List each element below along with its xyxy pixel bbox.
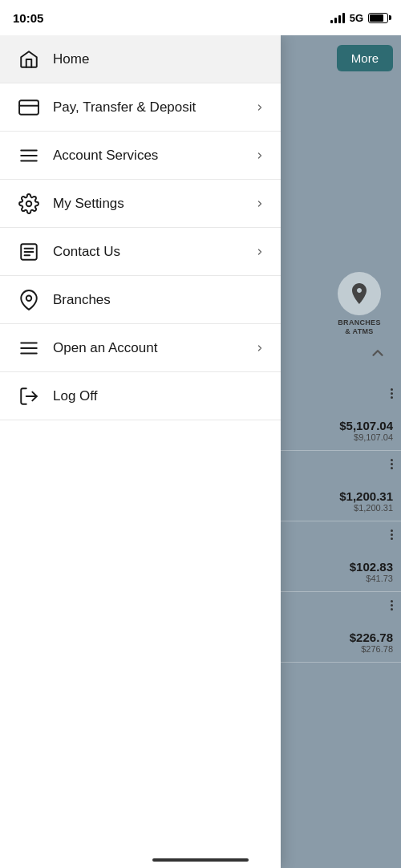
account-balance-secondary: $9,107.04 xyxy=(354,432,393,442)
account-services-chevron-icon xyxy=(255,151,265,160)
branches-label: Branches xyxy=(53,292,265,308)
location-icon xyxy=(16,287,42,313)
account-balance-secondary: $276.78 xyxy=(361,644,393,654)
signal-bars-icon xyxy=(330,12,345,23)
account-balance-primary: $5,107.04 xyxy=(339,419,393,432)
account-menu-dots-icon[interactable] xyxy=(391,388,393,399)
open-account-icon xyxy=(16,335,42,361)
document-icon xyxy=(16,239,42,265)
contact-us-label: Contact Us xyxy=(53,244,255,260)
account-menu-dots-icon[interactable] xyxy=(391,600,393,610)
open-account-chevron-icon xyxy=(255,343,265,353)
card-icon xyxy=(16,95,42,120)
svg-point-10 xyxy=(26,295,32,301)
branches-label: BRANCHES & ATMS xyxy=(338,318,380,336)
sidebar-item-account-services[interactable]: Account Services xyxy=(0,132,281,180)
contact-us-chevron-icon xyxy=(255,247,265,257)
account-balance-secondary: $1,200.31 xyxy=(354,503,393,513)
account-menu-dots-icon[interactable] xyxy=(391,529,393,540)
account-row[interactable]: $226.78$276.78 xyxy=(281,592,401,663)
sidebar-item-log-off[interactable]: Log Off xyxy=(0,372,281,420)
location-pin-icon xyxy=(349,282,370,306)
log-off-label: Log Off xyxy=(53,388,265,404)
status-time: 10:05 xyxy=(13,11,43,25)
branches-atm-widget[interactable]: BRANCHES & ATMS xyxy=(338,272,381,336)
navigation-drawer: Home Pay, Transfer & Deposit xyxy=(0,35,281,868)
home-indicator xyxy=(152,858,249,862)
more-button[interactable]: More xyxy=(337,45,393,71)
sidebar-item-home[interactable]: Home xyxy=(0,35,281,83)
home-label: Home xyxy=(53,51,265,67)
account-balance-primary: $102.83 xyxy=(350,560,393,574)
my-settings-label: My Settings xyxy=(53,196,255,212)
home-icon xyxy=(16,47,42,72)
battery-icon xyxy=(368,13,388,23)
sidebar-item-open-account[interactable]: Open an Account xyxy=(0,324,281,372)
my-settings-chevron-icon xyxy=(255,199,265,209)
status-bar: 10:05 5G xyxy=(0,0,401,35)
account-balance-primary: $226.78 xyxy=(350,631,393,644)
open-account-label: Open an Account xyxy=(53,340,255,356)
pay-transfer-chevron-icon xyxy=(255,103,265,112)
pay-transfer-label: Pay, Transfer & Deposit xyxy=(53,99,255,116)
account-row[interactable]: $1,200.31$1,200.31 xyxy=(281,451,401,521)
location-circle xyxy=(338,272,381,315)
network-type: 5G xyxy=(350,12,363,24)
account-row[interactable]: $5,107.04$9,107.04 xyxy=(281,380,401,451)
sidebar-item-pay-transfer-deposit[interactable]: Pay, Transfer & Deposit xyxy=(0,83,281,132)
account-rows: $5,107.04$9,107.04$1,200.31$1,200.31$102… xyxy=(281,380,401,663)
account-row[interactable]: $102.83$41.73 xyxy=(281,521,401,592)
account-balance-secondary: $41.73 xyxy=(366,574,393,583)
svg-rect-0 xyxy=(19,100,38,114)
status-icons: 5G xyxy=(330,12,388,24)
gear-icon xyxy=(16,191,42,217)
account-menu-dots-icon[interactable] xyxy=(391,459,393,469)
collapse-chevron-icon[interactable] xyxy=(369,344,387,362)
account-services-label: Account Services xyxy=(53,148,255,164)
account-services-icon xyxy=(16,143,42,168)
sidebar-item-branches[interactable]: Branches xyxy=(0,276,281,324)
app-container: More BRANCHES & ATMS $5,107.04$9,107.04$… xyxy=(0,35,401,868)
sidebar-item-contact-us[interactable]: Contact Us xyxy=(0,228,281,276)
logout-icon xyxy=(16,383,42,409)
sidebar-item-my-settings[interactable]: My Settings xyxy=(0,180,281,228)
svg-point-5 xyxy=(26,201,32,206)
account-balance-primary: $1,200.31 xyxy=(339,489,393,503)
